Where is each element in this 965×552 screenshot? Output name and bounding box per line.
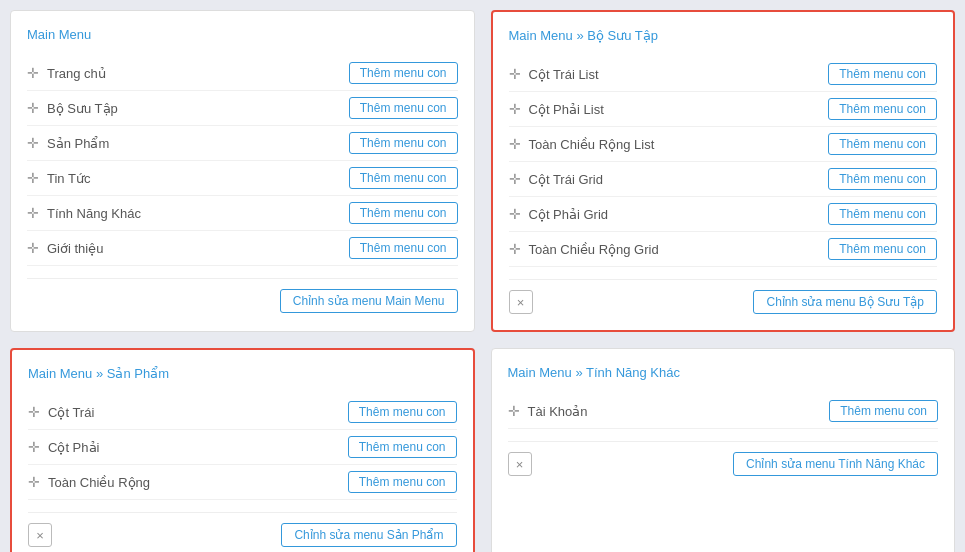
menu-item-label: Trang chủ bbox=[47, 66, 106, 81]
add-child-button[interactable]: Thêm menu con bbox=[828, 133, 937, 155]
menu-item-left: ✛Toàn Chiều Rộng bbox=[28, 474, 150, 490]
menu-row: ✛Cột TráiThêm menu con bbox=[28, 395, 457, 430]
menu-item-left: ✛Sản Phẩm bbox=[27, 135, 109, 151]
menu-item-label: Cột Trái Grid bbox=[529, 172, 603, 187]
menu-item-label: Toàn Chiều Rộng Grid bbox=[529, 242, 659, 257]
add-child-button[interactable]: Thêm menu con bbox=[349, 97, 458, 119]
menu-item-label: Toàn Chiều Rộng List bbox=[529, 137, 655, 152]
add-child-button[interactable]: Thêm menu con bbox=[348, 401, 457, 423]
add-child-button[interactable]: Thêm menu con bbox=[828, 168, 937, 190]
menu-item-label: Toàn Chiều Rộng bbox=[48, 475, 150, 490]
menu-item-left: ✛Cột Phải bbox=[28, 439, 99, 455]
menu-item-label: Sản Phẩm bbox=[47, 136, 109, 151]
panel-title-main-menu: Main Menu bbox=[27, 27, 458, 42]
add-child-button[interactable]: Thêm menu con bbox=[348, 436, 457, 458]
drag-icon[interactable]: ✛ bbox=[27, 135, 39, 151]
add-child-button[interactable]: Thêm menu con bbox=[828, 203, 937, 225]
add-child-button[interactable]: Thêm menu con bbox=[829, 400, 938, 422]
close-button[interactable]: × bbox=[509, 290, 533, 314]
menu-row: ✛Bộ Sưu TậpThêm menu con bbox=[27, 91, 458, 126]
menu-item-left: ✛Cột Phải Grid bbox=[509, 206, 609, 222]
panel-title-bo-suu-tap: Main Menu » Bộ Sưu Tập bbox=[509, 28, 938, 43]
menu-item-label: Bộ Sưu Tập bbox=[47, 101, 118, 116]
drag-icon[interactable]: ✛ bbox=[27, 65, 39, 81]
menu-item-label: Tài Khoản bbox=[528, 404, 588, 419]
menu-item-left: ✛Toàn Chiều Rộng Grid bbox=[509, 241, 659, 257]
menu-item-left: ✛Tin Tức bbox=[27, 170, 90, 186]
menu-item-left: ✛Cột Phải List bbox=[509, 101, 604, 117]
menu-row: ✛Cột Phải GridThêm menu con bbox=[509, 197, 938, 232]
add-child-button[interactable]: Thêm menu con bbox=[349, 237, 458, 259]
edit-menu-button[interactable]: Chỉnh sửa menu Main Menu bbox=[280, 289, 458, 313]
panel-tinh-nang-khac: Main Menu » Tính Năng Khác✛Tài KhoảnThêm… bbox=[491, 348, 956, 552]
drag-icon[interactable]: ✛ bbox=[27, 100, 39, 116]
menu-item-label: Cột Phải Grid bbox=[529, 207, 609, 222]
edit-menu-button[interactable]: Chỉnh sửa menu Tính Năng Khác bbox=[733, 452, 938, 476]
edit-menu-button[interactable]: Chỉnh sửa menu Sản Phẩm bbox=[281, 523, 456, 547]
menu-item-label: Cột Trái List bbox=[529, 67, 599, 82]
panel-san-pham: Main Menu » Sản Phẩm✛Cột TráiThêm menu c… bbox=[10, 348, 475, 552]
menu-item-left: ✛Tài Khoản bbox=[508, 403, 588, 419]
drag-icon[interactable]: ✛ bbox=[509, 101, 521, 117]
menu-item-left: ✛Toàn Chiều Rộng List bbox=[509, 136, 655, 152]
panel-bo-suu-tap: Main Menu » Bộ Sưu Tập✛Cột Trái ListThêm… bbox=[491, 10, 956, 332]
add-child-button[interactable]: Thêm menu con bbox=[349, 62, 458, 84]
menu-row: ✛Giới thiệuThêm menu con bbox=[27, 231, 458, 266]
add-child-button[interactable]: Thêm menu con bbox=[349, 202, 458, 224]
drag-icon[interactable]: ✛ bbox=[508, 403, 520, 419]
menu-item-left: ✛Cột Trái List bbox=[509, 66, 599, 82]
drag-icon[interactable]: ✛ bbox=[509, 66, 521, 82]
menu-row: ✛Toàn Chiều RộngThêm menu con bbox=[28, 465, 457, 500]
menu-item-label: Tin Tức bbox=[47, 171, 90, 186]
drag-icon[interactable]: ✛ bbox=[27, 170, 39, 186]
drag-icon[interactable]: ✛ bbox=[27, 205, 39, 221]
panel-main-menu: Main Menu✛Trang chủThêm menu con✛Bộ Sưu … bbox=[10, 10, 475, 332]
menu-item-label: Tính Năng Khác bbox=[47, 206, 141, 221]
menu-row: ✛Sản PhẩmThêm menu con bbox=[27, 126, 458, 161]
menu-row: ✛Toàn Chiều Rộng GridThêm menu con bbox=[509, 232, 938, 267]
drag-icon[interactable]: ✛ bbox=[509, 171, 521, 187]
menu-item-label: Giới thiệu bbox=[47, 241, 103, 256]
menu-item-left: ✛Tính Năng Khác bbox=[27, 205, 141, 221]
panel-title-san-pham: Main Menu » Sản Phẩm bbox=[28, 366, 457, 381]
panel-title-tinh-nang-khac: Main Menu » Tính Năng Khác bbox=[508, 365, 939, 380]
menu-item-label: Cột Phải bbox=[48, 440, 99, 455]
edit-menu-button[interactable]: Chỉnh sửa menu Bộ Sưu Tập bbox=[753, 290, 937, 314]
panel-footer-bo-suu-tap: ×Chỉnh sửa menu Bộ Sưu Tập bbox=[509, 279, 938, 314]
menu-row: ✛Cột PhảiThêm menu con bbox=[28, 430, 457, 465]
drag-icon[interactable]: ✛ bbox=[509, 241, 521, 257]
drag-icon[interactable]: ✛ bbox=[28, 474, 40, 490]
menu-row: ✛Trang chủThêm menu con bbox=[27, 56, 458, 91]
add-child-button[interactable]: Thêm menu con bbox=[828, 63, 937, 85]
menu-item-left: ✛Giới thiệu bbox=[27, 240, 103, 256]
drag-icon[interactable]: ✛ bbox=[28, 439, 40, 455]
menu-row: ✛Tài KhoảnThêm menu con bbox=[508, 394, 939, 429]
close-button[interactable]: × bbox=[28, 523, 52, 547]
menu-item-left: ✛Bộ Sưu Tập bbox=[27, 100, 118, 116]
add-child-button[interactable]: Thêm menu con bbox=[828, 98, 937, 120]
menu-item-left: ✛Cột Trái Grid bbox=[509, 171, 603, 187]
menu-item-label: Cột Phải List bbox=[529, 102, 604, 117]
drag-icon[interactable]: ✛ bbox=[509, 136, 521, 152]
menu-row: ✛Toàn Chiều Rộng ListThêm menu con bbox=[509, 127, 938, 162]
menu-item-label: Cột Trái bbox=[48, 405, 94, 420]
drag-icon[interactable]: ✛ bbox=[509, 206, 521, 222]
add-child-button[interactable]: Thêm menu con bbox=[349, 167, 458, 189]
add-child-button[interactable]: Thêm menu con bbox=[828, 238, 937, 260]
menu-row: ✛Tin TứcThêm menu con bbox=[27, 161, 458, 196]
close-button[interactable]: × bbox=[508, 452, 532, 476]
drag-icon[interactable]: ✛ bbox=[27, 240, 39, 256]
menu-row: ✛Cột Trái ListThêm menu con bbox=[509, 57, 938, 92]
panel-footer-main-menu: Chỉnh sửa menu Main Menu bbox=[27, 278, 458, 313]
panel-footer-tinh-nang-khac: ×Chỉnh sửa menu Tính Năng Khác bbox=[508, 441, 939, 476]
add-child-button[interactable]: Thêm menu con bbox=[349, 132, 458, 154]
menu-row: ✛Cột Trái GridThêm menu con bbox=[509, 162, 938, 197]
drag-icon[interactable]: ✛ bbox=[28, 404, 40, 420]
menu-row: ✛Cột Phải ListThêm menu con bbox=[509, 92, 938, 127]
add-child-button[interactable]: Thêm menu con bbox=[348, 471, 457, 493]
menu-item-left: ✛Cột Trái bbox=[28, 404, 94, 420]
panel-footer-san-pham: ×Chỉnh sửa menu Sản Phẩm bbox=[28, 512, 457, 547]
menu-item-left: ✛Trang chủ bbox=[27, 65, 106, 81]
menu-row: ✛Tính Năng KhácThêm menu con bbox=[27, 196, 458, 231]
panels-grid: Main Menu✛Trang chủThêm menu con✛Bộ Sưu … bbox=[10, 10, 955, 552]
